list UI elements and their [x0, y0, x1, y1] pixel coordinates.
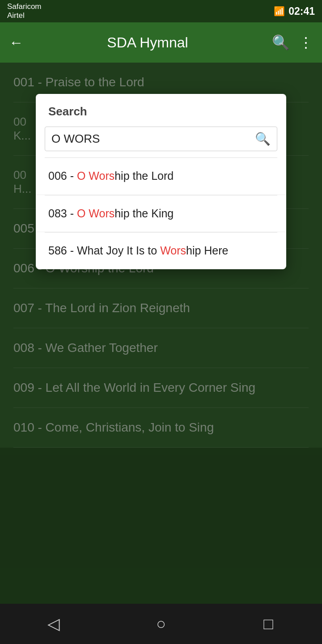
app-title: SDA Hymnal: [32, 34, 263, 51]
search-result-3[interactable]: 586 - What Joy It Is to Worship Here: [36, 233, 286, 269]
nav-back-button[interactable]: ◁: [36, 610, 72, 637]
back-button[interactable]: ←: [9, 34, 23, 51]
nav-recent-button[interactable]: □: [250, 610, 286, 637]
bottom-nav: ◁ ○ □: [0, 604, 322, 644]
time-display: 02:41: [288, 5, 315, 17]
nav-home-button[interactable]: ○: [143, 610, 179, 637]
search-result-2[interactable]: 083 - O Worship the King: [36, 195, 286, 233]
more-button[interactable]: ⋮: [299, 34, 313, 51]
status-icons: 📶 02:41: [274, 5, 315, 17]
search-submit-icon[interactable]: 🔍: [255, 131, 271, 146]
carrier-secondary: Airtel: [7, 11, 42, 20]
search-input[interactable]: [51, 132, 255, 146]
status-bar: Safaricom Airtel 📶 02:41: [0, 0, 322, 22]
bluetooth-icon: 📶: [274, 6, 285, 17]
search-input-row[interactable]: 🔍: [45, 127, 277, 151]
search-dialog: Search 🔍 006 - O Worship the Lord 083 - …: [36, 94, 286, 269]
dialog-title: Search: [36, 94, 286, 122]
search-button[interactable]: 🔍: [272, 34, 290, 51]
app-bar: ← SDA Hymnal 🔍 ⋮: [0, 22, 322, 63]
carrier-info: Safaricom Airtel: [7, 2, 42, 21]
search-result-1[interactable]: 006 - O Worship the Lord: [36, 158, 286, 195]
carrier-primary: Safaricom: [7, 2, 42, 11]
